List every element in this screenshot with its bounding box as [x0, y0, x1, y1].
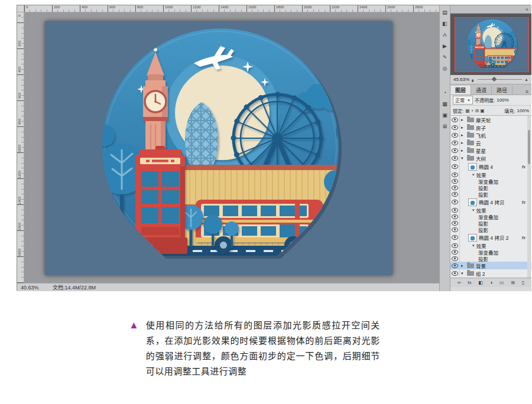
visibility-eye-icon[interactable]: [450, 269, 460, 277]
new-layer-icon[interactable]: ⊞: [511, 280, 515, 285]
layer-row-投影[interactable]: 投影: [450, 255, 531, 262]
visibility-eye-icon[interactable]: [450, 197, 460, 207]
layers-scrollbar[interactable]: [527, 116, 531, 278]
expand-arrow-icon[interactable]: ▸: [461, 263, 465, 268]
visibility-eye-icon[interactable]: [450, 207, 460, 213]
layer-row-椭圆 4 拷贝 2[interactable]: 椭圆 4 拷贝 2fx▴: [450, 233, 531, 242]
visibility-eye-icon[interactable]: [450, 162, 460, 171]
layer-row-星星[interactable]: ▸星星: [450, 146, 531, 154]
tab-paths[interactable]: 路径: [492, 86, 512, 95]
styles-panel-icon[interactable]: ▣: [440, 110, 450, 120]
visibility-eye-icon[interactable]: [450, 139, 460, 146]
lock-icon-3[interactable]: ▣: [480, 108, 485, 113]
layer-row-投影[interactable]: 投影: [450, 184, 531, 191]
layer-row-效果[interactable]: ▾效果: [450, 171, 531, 178]
layer-row-渐变叠加[interactable]: 渐变叠加: [450, 178, 531, 184]
expand-arrow-icon[interactable]: ▾: [461, 271, 465, 276]
layer-thumbnail[interactable]: [468, 234, 477, 242]
layer-row-椭圆 4[interactable]: 椭圆 4fx▴: [450, 162, 531, 171]
scrollbar-thumb[interactable]: [528, 130, 530, 164]
blend-mode-select[interactable]: 正常 ▼: [453, 96, 473, 105]
navigator-zoom-slider[interactable]: [478, 79, 523, 80]
visibility-eye-icon[interactable]: [450, 116, 460, 123]
expand-arrow-icon[interactable]: ▾: [461, 156, 465, 161]
layer-row-组 2[interactable]: ▾组 2: [450, 269, 531, 277]
tab-channels[interactable]: 通道: [471, 86, 492, 95]
visibility-eye-icon[interactable]: [450, 220, 460, 226]
effects-collapse-icon[interactable]: ▾: [472, 243, 475, 248]
expand-arrow-icon[interactable]: ▸: [461, 148, 465, 153]
visibility-eye-icon[interactable]: [450, 213, 460, 220]
lock-icon-1[interactable]: +: [471, 108, 474, 113]
effects-collapse-icon[interactable]: ▾: [472, 172, 475, 177]
layer-style-icon[interactable]: fx: [468, 280, 471, 285]
layer-row-投影[interactable]: 投影: [450, 220, 531, 226]
zoom-slider-handle[interactable]: [492, 77, 497, 82]
lock-icon-2[interactable]: ⊞: [475, 108, 479, 113]
collapse-panels-icon[interactable]: «: [525, 6, 528, 12]
zoom-in-icon[interactable]: ▲: [524, 77, 528, 82]
artwork[interactable]: [45, 21, 392, 275]
collapse-panels-bar[interactable]: «: [450, 5, 531, 14]
tab-layers[interactable]: 图层: [450, 86, 471, 95]
layer-row-投影[interactable]: 投影: [450, 226, 531, 233]
layer-row-摩天轮[interactable]: ▸摩天轮: [450, 116, 531, 123]
clone-source-panel-icon[interactable]: ◎: [440, 64, 450, 73]
adjustments-panel-icon[interactable]: ◔: [440, 88, 450, 97]
navigator-zoom-value[interactable]: 45.63%: [453, 77, 469, 82]
layer-row-渐变叠加[interactable]: 渐变叠加: [450, 213, 531, 220]
expand-arrow-icon[interactable]: ▸: [461, 133, 465, 138]
panel-menu-icon[interactable]: ≡: [523, 89, 531, 95]
visibility-eye-icon[interactable]: [450, 131, 460, 139]
layer-row-大树[interactable]: ▾大树: [450, 154, 531, 162]
visibility-eye-icon[interactable]: [450, 191, 460, 197]
expand-arrow-icon[interactable]: ▸: [461, 125, 465, 130]
layer-row-飞机[interactable]: ▸飞机: [450, 131, 531, 139]
type-panel-icon[interactable]: A: [440, 30, 450, 40]
fx-badge-icon[interactable]: fx: [522, 235, 525, 240]
layer-row-效果[interactable]: ▾效果: [450, 242, 531, 249]
actions-panel-icon[interactable]: ▶: [440, 41, 450, 51]
visibility-eye-icon[interactable]: [450, 255, 460, 262]
properties-panel-icon[interactable]: ◧: [440, 19, 450, 28]
layer-group-icon[interactable]: ▭: [499, 280, 504, 285]
expand-arrow-icon[interactable]: ▸: [461, 118, 465, 122]
fx-badge-icon[interactable]: fx: [522, 164, 525, 170]
layer-row-房子[interactable]: ▸房子: [450, 123, 531, 131]
layer-row-椭圆 4 拷贝[interactable]: 椭圆 4 拷贝fx▴: [450, 197, 531, 207]
adjustment-layer-icon[interactable]: ◑: [489, 280, 492, 285]
fx-badge-icon[interactable]: fx: [522, 200, 525, 205]
visibility-eye-icon[interactable]: [450, 226, 460, 233]
layer-row-效果[interactable]: ▾效果: [450, 207, 531, 213]
visibility-eye-icon[interactable]: [450, 249, 460, 255]
layer-row-背景[interactable]: ▸背景: [450, 262, 531, 269]
layer-mask-icon[interactable]: ◧: [478, 280, 483, 285]
visibility-eye-icon[interactable]: [450, 171, 460, 178]
visibility-eye-icon[interactable]: [450, 123, 460, 131]
opacity-value[interactable]: 100%: [497, 97, 508, 103]
document-canvas[interactable]: [45, 21, 392, 275]
channels-grid-icon[interactable]: ▦: [440, 99, 450, 109]
history-panel-icon[interactable]: ▤: [440, 8, 450, 17]
visibility-eye-icon[interactable]: [450, 242, 460, 249]
visibility-eye-icon[interactable]: [450, 233, 460, 242]
layer-row-云[interactable]: ▸云: [450, 139, 531, 146]
layer-thumbnail[interactable]: [468, 163, 477, 171]
visibility-eye-icon[interactable]: [450, 178, 460, 184]
visibility-eye-icon[interactable]: [450, 154, 460, 162]
effects-collapse-icon[interactable]: ▾: [472, 208, 475, 213]
fill-value[interactable]: 100%: [517, 108, 529, 113]
layer-row-渐变叠加[interactable]: 渐变叠加: [450, 249, 531, 255]
status-zoom[interactable]: 40.63%: [21, 285, 44, 291]
navigator-thumbnail[interactable]: [455, 17, 529, 72]
visibility-eye-icon[interactable]: [450, 262, 460, 269]
delete-layer-icon[interactable]: ▯: [522, 280, 524, 285]
expand-arrow-icon[interactable]: ▸: [461, 141, 465, 145]
swatches-panel-icon[interactable]: ⊞: [440, 122, 450, 131]
zoom-out-icon[interactable]: ▖: [472, 77, 475, 82]
layer-row-投影[interactable]: 投影: [450, 191, 531, 197]
link-layers-icon[interactable]: ∞: [458, 280, 461, 285]
lock-icon-0[interactable]: ▦: [465, 108, 470, 113]
visibility-eye-icon[interactable]: [450, 184, 460, 191]
layer-thumbnail[interactable]: [468, 198, 477, 206]
